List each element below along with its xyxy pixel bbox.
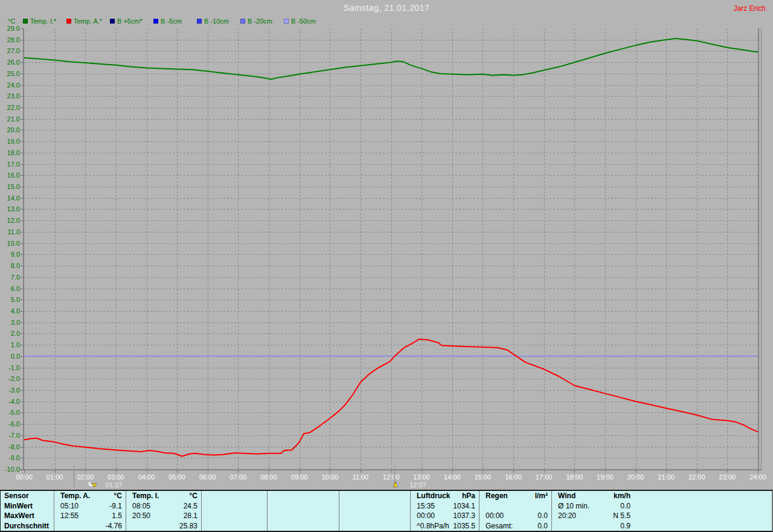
stats-table: SensorMinWertMaxWertDurchschnittTemp. A.… <box>0 490 773 532</box>
stats-cell: -4.76 <box>54 521 126 531</box>
svg-text:27.0: 27.0 <box>7 47 20 54</box>
svg-text:9.0: 9.0 <box>11 251 20 258</box>
svg-text:-8.0: -8.0 <box>8 443 20 450</box>
stat-time: 20:50 <box>130 511 150 521</box>
svg-text:20.0: 20.0 <box>7 126 20 133</box>
stat-time: 08:05 <box>130 501 150 511</box>
stat-time <box>205 501 208 511</box>
svg-text:2.0: 2.0 <box>11 330 20 337</box>
svg-text:11:00: 11:00 <box>353 473 369 481</box>
svg-text:01:00: 01:00 <box>47 473 63 481</box>
svg-text:15.0: 15.0 <box>7 183 20 190</box>
svg-text:09:00: 09:00 <box>291 473 308 481</box>
stats-cell: 00:000.0 <box>480 511 551 521</box>
legend: °C Temp. I.*Temp. A.*B +5cm*B -5cmB -10c… <box>8 18 327 25</box>
stat-value: -4.76 <box>106 521 122 531</box>
stat-time <box>205 511 208 521</box>
author-label: Jarz Erich <box>734 4 766 13</box>
stat-time: 00:00 <box>414 511 435 521</box>
legend-item-label: B -20cm <box>248 18 272 25</box>
stats-col-temp-a-: Temp. A.°C05:10-9.112:551.5-4.76 <box>54 491 126 531</box>
stats-cell: 08:0524.5 <box>126 501 201 511</box>
svg-text:16:00: 16:00 <box>505 473 522 481</box>
legend-item-label: B +5cm* <box>117 18 143 25</box>
svg-text:24.0: 24.0 <box>7 82 20 89</box>
svg-text:-5.0: -5.0 <box>8 409 20 416</box>
stats-cell <box>339 501 410 511</box>
stat-time: Ø 10 min. <box>556 501 589 511</box>
sensor-name: Temp. A. <box>58 491 90 501</box>
stats-col-temp-i-: Temp. I.°C08:0524.520:5028.125.83 <box>126 491 201 531</box>
svg-text:06:00: 06:00 <box>199 473 216 481</box>
sensor-name <box>343 491 345 501</box>
legend-swatch-icon <box>110 19 115 24</box>
axis-ticks <box>21 29 759 473</box>
svg-text:-7.0: -7.0 <box>8 432 20 439</box>
stats-cell <box>202 501 267 511</box>
stats-cell: 00:001037.3 <box>411 511 479 521</box>
stat-time <box>343 511 345 521</box>
svg-text:4.0: 4.0 <box>11 307 20 315</box>
svg-text:14.0: 14.0 <box>7 194 20 202</box>
svg-text:11.0: 11.0 <box>7 228 20 236</box>
stats-col-luftdruck: LuftdruckhPa15:351034.100:001037.3^0.8hP… <box>410 491 479 531</box>
svg-text:14:00: 14:00 <box>444 473 461 481</box>
stats-col-empty <box>267 491 339 531</box>
svg-text:17:00: 17:00 <box>536 473 553 481</box>
stats-row-label: Durchschnitt <box>1 521 54 531</box>
svg-text:10:00: 10:00 <box>321 473 338 481</box>
legend-item-label: B -50cm <box>291 18 316 25</box>
chart-canvas: 29.028.027.026.025.024.023.022.021.020.0… <box>0 0 773 490</box>
stats-cell: 05:10-9.1 <box>54 501 126 511</box>
stats-cell: 12:551.5 <box>54 511 126 521</box>
stats-cell <box>339 521 410 531</box>
stat-time: ^0.8hPa/h <box>414 521 449 531</box>
legend-swatch-icon <box>240 19 245 24</box>
gridlines <box>24 28 758 469</box>
stats-row-label: MinWert <box>1 501 54 511</box>
sensor-name <box>205 491 208 501</box>
svg-text:29.0: 29.0 <box>7 25 20 32</box>
stat-value: 1035.5 <box>453 521 475 531</box>
stat-time: 05:10 <box>58 501 79 511</box>
stats-cell: 0.9 <box>552 521 634 531</box>
stat-value: 0.9 <box>620 521 630 531</box>
stat-value: 0.0 <box>620 501 630 511</box>
svg-text:13:00: 13:00 <box>413 473 430 481</box>
svg-text:0.0: 0.0 <box>11 353 20 360</box>
stats-cell <box>268 511 339 521</box>
sensor-name: Temp. I. <box>130 491 159 501</box>
stat-time: 15:35 <box>414 501 435 511</box>
svg-text:-4.0: -4.0 <box>8 398 20 405</box>
svg-text:07:00: 07:00 <box>230 473 247 481</box>
svg-text:19:00: 19:00 <box>597 473 614 481</box>
svg-text:17.0: 17.0 <box>7 161 20 168</box>
svg-text:15:00: 15:00 <box>475 473 492 481</box>
svg-text:-10.0: -10.0 <box>5 466 20 473</box>
svg-text:-2.0: -2.0 <box>8 375 20 382</box>
stats-row-labels: SensorMinWertMaxWertDurchschnitt <box>1 491 54 531</box>
stat-value: 1037.3 <box>453 511 475 521</box>
stat-time <box>343 521 345 531</box>
svg-text:5.0: 5.0 <box>11 296 20 303</box>
marker-time-label: 01:37 <box>106 481 123 489</box>
legend-item-label: Temp. I.* <box>30 18 56 25</box>
stats-col-empty <box>201 491 267 531</box>
svg-text:18.0: 18.0 <box>7 149 20 156</box>
legend-swatch-icon <box>153 19 158 24</box>
legend-swatch-icon <box>23 19 28 24</box>
sensor-unit: °C <box>190 491 197 501</box>
svg-text:-6.0: -6.0 <box>8 420 20 428</box>
stats-cell <box>202 511 267 521</box>
svg-text:21:00: 21:00 <box>658 473 675 481</box>
stats-cell: 20:20N 5.5 <box>552 511 634 521</box>
legend-item-b-20cm: B -20cm <box>240 18 284 25</box>
svg-text:22.0: 22.0 <box>7 104 20 111</box>
stats-cell <box>480 501 551 511</box>
stats-cell <box>339 511 410 521</box>
svg-text:24:00: 24:00 <box>749 473 766 481</box>
legend-item-label: B -10cm <box>204 18 229 25</box>
legend-item-temp-a-: Temp. A.* <box>66 18 110 25</box>
sensor-unit: °C <box>114 491 122 501</box>
stats-cell <box>202 521 267 531</box>
